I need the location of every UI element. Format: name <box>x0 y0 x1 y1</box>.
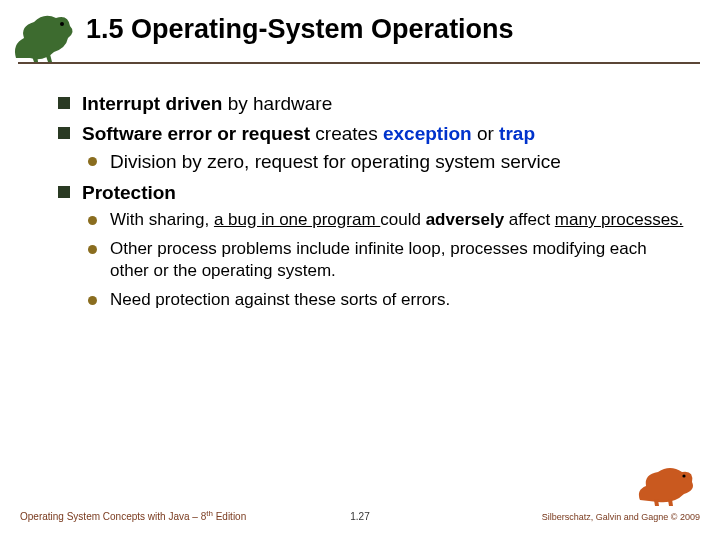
text: or <box>472 123 499 144</box>
text: Operating System Concepts with Java – 8 <box>20 511 206 522</box>
text: could <box>380 210 425 229</box>
text: creates <box>310 123 383 144</box>
sub-bullet-item: Division by zero, request for operating … <box>88 150 686 174</box>
svg-point-1 <box>682 474 685 477</box>
text: affect <box>504 210 555 229</box>
text-term: exception <box>383 123 472 144</box>
dinosaur-right-icon <box>636 462 700 506</box>
bullet-item: Protection With sharing, a bug in one pr… <box>58 181 686 310</box>
sub-bullet-item: Other process problems include infinite … <box>88 238 686 281</box>
slide-content: Interrupt driven by hardware Software er… <box>0 64 720 310</box>
text-underline: many processes. <box>555 210 684 229</box>
sub-bullet-list: With sharing, a bug in one program could… <box>88 209 686 310</box>
slide: 1.5 Operating-System Operations Interrup… <box>0 0 720 540</box>
sub-bullet-list: Division by zero, request for operating … <box>88 150 686 174</box>
text: Need protection against these sorts of e… <box>110 290 450 309</box>
text: With sharing, <box>110 210 214 229</box>
svg-point-0 <box>60 22 64 26</box>
slide-footer: Operating System Concepts with Java – 8t… <box>0 478 720 522</box>
footer-copyright: Silberschatz, Galvin and Gagne © 2009 <box>542 512 700 522</box>
slide-title: 1.5 Operating-System Operations <box>80 8 514 45</box>
text-bold: adversely <box>426 210 504 229</box>
bullet-list: Interrupt driven by hardware Software er… <box>58 92 686 310</box>
sub-bullet-item: With sharing, a bug in one program could… <box>88 209 686 230</box>
text: Division by zero, request for operating … <box>110 151 561 172</box>
text-bold: Interrupt driven <box>82 93 222 114</box>
text-term: trap <box>499 123 535 144</box>
slide-header: 1.5 Operating-System Operations <box>0 0 720 64</box>
text-bold: Software error or request <box>82 123 310 144</box>
text-superscript: th <box>206 509 213 518</box>
text: by hardware <box>222 93 332 114</box>
sub-bullet-item: Need protection against these sorts of e… <box>88 289 686 310</box>
dinosaur-left-icon <box>10 8 80 64</box>
text-bold: Protection <box>82 182 176 203</box>
footer-page-number: 1.27 <box>350 511 369 522</box>
bullet-item: Interrupt driven by hardware <box>58 92 686 116</box>
text: Edition <box>213 511 246 522</box>
bullet-item: Software error or request creates except… <box>58 122 686 174</box>
text-underline: a bug in one program <box>214 210 380 229</box>
text: Other process problems include infinite … <box>110 239 647 279</box>
footer-left: Operating System Concepts with Java – 8t… <box>20 509 246 522</box>
